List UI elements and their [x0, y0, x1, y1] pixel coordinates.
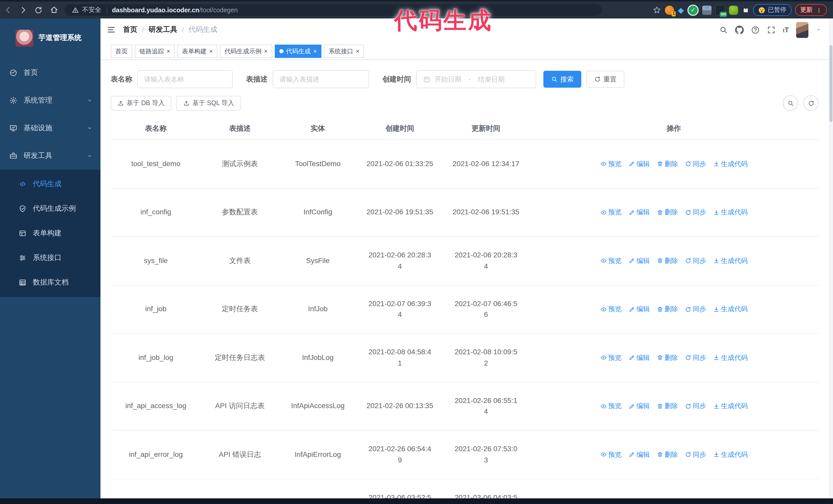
on-badge-extension-icon[interactable]: on: [715, 5, 725, 15]
sidebar-item-home[interactable]: 首页: [0, 59, 100, 87]
close-icon[interactable]: ×: [209, 48, 213, 54]
sidebar-item-system-api[interactable]: 系统接口: [0, 246, 100, 270]
edit-link[interactable]: 编辑: [628, 304, 650, 314]
delete-link[interactable]: 删除: [657, 401, 678, 411]
table-desc-input[interactable]: 请输入表描述: [273, 70, 369, 88]
close-icon[interactable]: ×: [356, 48, 359, 54]
cell-table-name: sys_file: [111, 237, 201, 285]
import-sql-button[interactable]: 基于 SQL 导入: [176, 96, 241, 111]
sidebar-item-infra[interactable]: 基础设施: [0, 114, 100, 142]
generate-code-link[interactable]: 生成代码: [713, 207, 748, 217]
edit-link[interactable]: 编辑: [628, 256, 650, 266]
avatar-caret-down-icon[interactable]: [815, 27, 822, 33]
sync-link[interactable]: 同步: [685, 159, 706, 169]
sync-link[interactable]: 同步: [685, 207, 706, 217]
sidebar-item-codegen[interactable]: 代码生成: [0, 172, 100, 196]
font-size-icon[interactable]: tT: [783, 26, 789, 34]
search-button[interactable]: 搜索: [543, 71, 581, 88]
sidebar-item-form-builder[interactable]: 表单构建: [0, 221, 100, 246]
green-extension-icon[interactable]: [729, 5, 738, 15]
tab-home[interactable]: 首页: [111, 45, 132, 58]
breadcrumb-group[interactable]: 研发工具: [149, 25, 177, 34]
table-row: sys_dict_type 字典类型表 SysDictType 2021-03-…: [111, 479, 819, 498]
tab-codegen-demo[interactable]: 代码生成示例×: [220, 45, 272, 58]
sync-link[interactable]: 同步: [685, 401, 706, 411]
close-icon[interactable]: ×: [264, 48, 268, 54]
cell-created-time: 2021-02-26 00:13:35: [357, 382, 443, 430]
scrollbar-thumb[interactable]: [829, 45, 832, 122]
generate-code-link[interactable]: 生成代码: [713, 450, 748, 460]
header-search-icon[interactable]: [719, 25, 728, 34]
preview-link[interactable]: 预览: [600, 353, 622, 363]
generate-code-link[interactable]: 生成代码: [713, 256, 748, 266]
sync-link[interactable]: 同步: [685, 353, 706, 363]
close-icon[interactable]: ×: [167, 48, 170, 54]
delete-link[interactable]: 删除: [657, 353, 678, 363]
sidebar-logo[interactable]: 芋道管理系统: [0, 17, 100, 59]
gem-extension-icon[interactable]: ◆: [678, 5, 684, 15]
eye-icon: [600, 209, 607, 216]
browser-forward-icon[interactable]: [15, 3, 31, 17]
bookmark-star-icon[interactable]: [653, 6, 662, 14]
start-date-input[interactable]: 开始日期: [435, 75, 461, 84]
user-avatar[interactable]: [796, 22, 808, 38]
browser-reload-icon[interactable]: [31, 3, 46, 17]
sync-link[interactable]: 同步: [685, 304, 706, 314]
preview-link[interactable]: 预览: [600, 304, 622, 314]
edit-link[interactable]: 编辑: [628, 450, 650, 460]
generate-code-link[interactable]: 生成代码: [713, 304, 748, 314]
end-date-input[interactable]: 结束日期: [478, 75, 505, 84]
edit-link[interactable]: 编辑: [628, 159, 650, 169]
tab-form-builder[interactable]: 表单构建×: [177, 45, 217, 58]
help-question-icon[interactable]: [751, 25, 760, 34]
grid-extension-icon[interactable]: ◆: [702, 5, 712, 15]
tab-system-api[interactable]: 系统接口×: [324, 45, 364, 58]
preview-link[interactable]: 预览: [600, 256, 622, 266]
browser-update-button[interactable]: 更新 ⋮: [795, 4, 827, 16]
browser-menu-dots-icon[interactable]: ⋮: [816, 7, 822, 13]
refresh-table-button[interactable]: [803, 95, 819, 111]
delete-link[interactable]: 删除: [657, 450, 678, 460]
browser-home-icon[interactable]: [46, 3, 62, 17]
sidebar-item-codegen-demo[interactable]: 代码生成示例: [0, 196, 100, 221]
tampermonkey-paused-badge[interactable]: 已暂停: [753, 4, 791, 16]
sidebar-item-devtools[interactable]: 研发工具: [0, 142, 100, 170]
delete-link[interactable]: 删除: [657, 207, 678, 217]
fullscreen-icon[interactable]: [767, 25, 776, 34]
page-annotation: 代码生成: [377, 5, 510, 36]
extensions-puzzle-icon[interactable]: [742, 6, 749, 14]
reset-button[interactable]: 重置: [587, 71, 624, 88]
address-bar[interactable]: 不安全 dashboard.yudao.iocoder.cn /tool/cod…: [65, 4, 602, 16]
delete-link[interactable]: 删除: [657, 159, 678, 169]
date-range-picker[interactable]: 开始日期 - 结束日期: [416, 70, 536, 88]
import-db-button[interactable]: 基于 DB 导入: [111, 96, 171, 111]
generate-code-link[interactable]: 生成代码: [713, 159, 748, 169]
breadcrumb-home[interactable]: 首页: [123, 25, 137, 34]
page-scrollbar[interactable]: [829, 17, 833, 498]
colorpicker-extension-icon[interactable]: 1: [665, 5, 674, 15]
generate-code-link[interactable]: 生成代码: [713, 353, 748, 363]
delete-link[interactable]: 删除: [657, 256, 678, 266]
sync-link[interactable]: 同步: [685, 256, 706, 266]
edit-link[interactable]: 编辑: [628, 207, 650, 217]
browser-back-icon[interactable]: [0, 3, 15, 17]
close-icon[interactable]: ×: [313, 48, 317, 54]
sync-link[interactable]: 同步: [685, 450, 706, 460]
table-name-input[interactable]: 请输入表名称: [137, 70, 233, 88]
hamburger-icon[interactable]: [106, 25, 116, 34]
preview-link[interactable]: 预览: [600, 401, 622, 411]
preview-link[interactable]: 预览: [600, 159, 622, 169]
delete-link[interactable]: 删除: [657, 304, 678, 314]
edit-link[interactable]: 编辑: [628, 353, 650, 363]
sidebar-item-system[interactable]: 系统管理: [0, 87, 100, 114]
tab-codegen[interactable]: 代码生成×: [275, 45, 322, 58]
edit-link[interactable]: 编辑: [628, 401, 650, 411]
toggle-search-button[interactable]: [783, 95, 798, 111]
tab-tracing[interactable]: 链路追踪×: [135, 45, 175, 58]
generate-code-link[interactable]: 生成代码: [713, 401, 748, 411]
github-icon[interactable]: [735, 25, 744, 34]
check-extension-icon[interactable]: ✓: [687, 4, 699, 16]
preview-link[interactable]: 预览: [600, 207, 622, 217]
preview-link[interactable]: 预览: [600, 450, 622, 460]
sidebar-item-db-doc[interactable]: 数据库文档: [0, 270, 100, 295]
